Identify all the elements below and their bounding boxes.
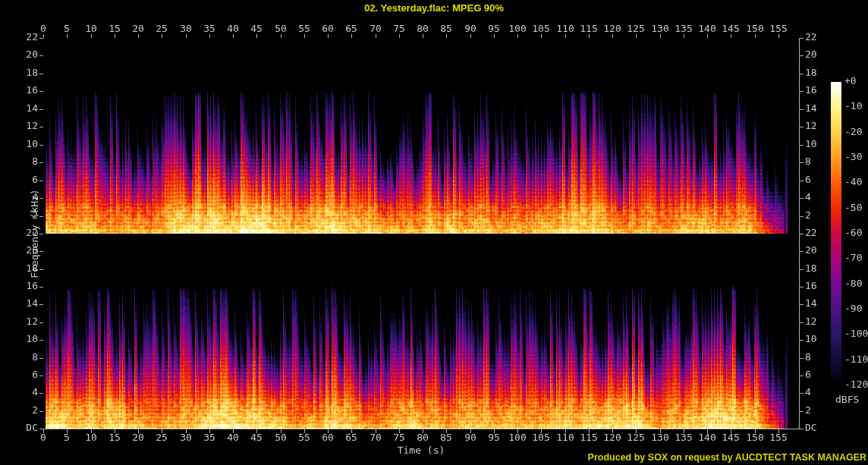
footer-credit: Produced by SOX on request by AUCDTECT T… <box>588 453 866 463</box>
spectrogram-left-channel <box>43 38 799 234</box>
time-axis-title: Time (s) <box>398 445 445 455</box>
colorbar-gradient <box>831 82 841 385</box>
freq-axis-title: Frequency (kHz) <box>30 189 39 278</box>
spectrogram-right-channel <box>43 234 799 429</box>
colorbar-unit-label: dBFS <box>835 394 859 404</box>
spectrogram-figure: 02. Yesterday.flac: MPEG 90% Frequency (… <box>0 0 868 465</box>
